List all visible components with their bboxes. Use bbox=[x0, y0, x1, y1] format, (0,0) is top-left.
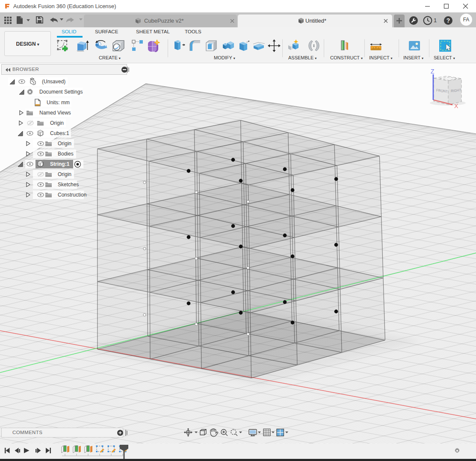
svg-text:Z: Z bbox=[431, 68, 435, 75]
svg-text:X: X bbox=[454, 103, 458, 109]
svg-text:?: ? bbox=[446, 17, 450, 24]
